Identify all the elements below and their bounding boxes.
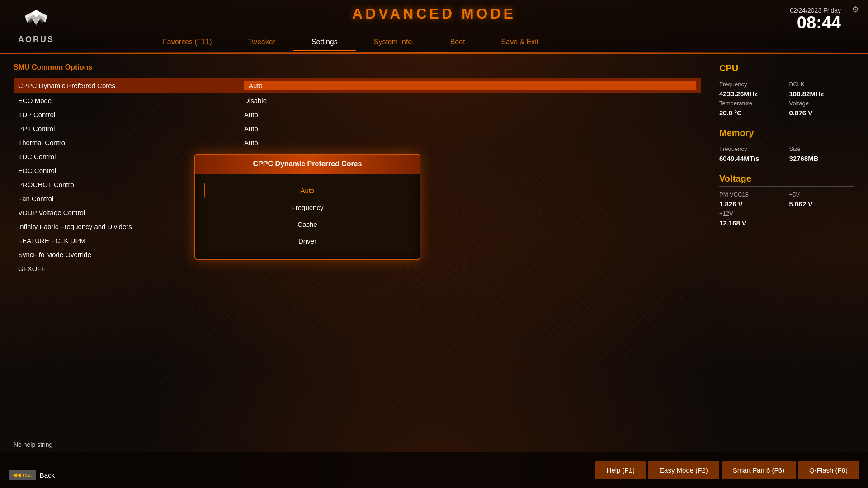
voltage-12v-label: +12V bbox=[719, 210, 785, 217]
info-panel: CPU Frequency BCLK 4233.26MHz 100.82MHz … bbox=[710, 63, 854, 416]
setting-value-cppc: Auto bbox=[244, 81, 696, 90]
aorus-eagle-icon bbox=[20, 9, 52, 34]
setting-row-gfxoff[interactable]: GFXOFF bbox=[14, 262, 701, 275]
datetime-time: 08:44 bbox=[790, 14, 841, 31]
setting-name-infinity: Infinity Fabric Frequency and Dividers bbox=[18, 223, 244, 230]
memory-section-title: Memory bbox=[719, 128, 854, 141]
help-text-bar: No help string bbox=[0, 437, 868, 452]
tab-favorites[interactable]: Favorites (F11) bbox=[145, 34, 230, 51]
cpu-frequency-label: Frequency bbox=[719, 81, 785, 88]
cpu-bclk-value: 100.82MHz bbox=[789, 90, 855, 98]
setting-row-tdp[interactable]: TDP Control Auto bbox=[14, 108, 701, 121]
title-area: ADVANCED MODE bbox=[352, 5, 516, 22]
setting-name-fclk: FEATURE FCLK DPM bbox=[18, 237, 244, 244]
memory-frequency-label: Frequency bbox=[719, 145, 785, 152]
setting-row-cppc[interactable]: CPPC Dynamic Preferred Cores Auto bbox=[14, 78, 701, 93]
memory-grid: Frequency Size 6049.44MT/s 32768MB bbox=[719, 145, 854, 162]
cpu-frequency-value: 4233.26MHz bbox=[719, 90, 785, 98]
setting-name-thermal: Thermal Control bbox=[18, 139, 244, 146]
setting-row-vddp[interactable]: VDDP Voltage Control bbox=[14, 206, 701, 219]
smart-fan-button[interactable]: Smart Fan 6 (F6) bbox=[722, 461, 796, 479]
bottom-bar: Help (F1) Easy Mode (F2) Smart Fan 6 (F6… bbox=[0, 452, 868, 488]
cpu-temperature-label: Temperature bbox=[719, 100, 785, 107]
logo-area: AORUS bbox=[9, 9, 63, 44]
voltage-12v-value: 12.168 V bbox=[719, 219, 785, 227]
settings-list: CPPC Dynamic Preferred Cores Auto ECO Mo… bbox=[14, 78, 701, 275]
memory-size-value: 32768MB bbox=[789, 155, 855, 162]
nav-divider bbox=[0, 52, 868, 53]
setting-row-infinity[interactable]: Infinity Fabric Frequency and Dividers bbox=[14, 220, 701, 233]
setting-name-cppc: CPPC Dynamic Preferred Cores bbox=[18, 82, 244, 89]
cpu-section-title: CPU bbox=[719, 63, 854, 76]
tab-sysinfo[interactable]: System Info. bbox=[356, 34, 432, 51]
cpu-bclk-label: BCLK bbox=[789, 81, 855, 88]
qflash-button[interactable]: Q-Flash (F8) bbox=[798, 461, 859, 479]
setting-name-prochot: PROCHOT Control bbox=[18, 181, 244, 188]
logo-text: AORUS bbox=[18, 35, 54, 44]
main-content: SMU Common Options CPPC Dynamic Preferre… bbox=[0, 54, 868, 425]
setting-row-syncfifo[interactable]: SyncFifo Mode Override bbox=[14, 248, 701, 261]
cpu-voltage-value: 0.876 V bbox=[789, 109, 855, 117]
esc-key-label: esc bbox=[23, 471, 33, 479]
page-title: ADVANCED MODE bbox=[352, 5, 516, 22]
setting-row-fan[interactable]: Fan Control bbox=[14, 192, 701, 205]
setting-name-tdp: TDP Control bbox=[18, 111, 244, 118]
memory-section: Memory Frequency Size 6049.44MT/s 32768M… bbox=[719, 128, 854, 162]
setting-row-prochot[interactable]: PROCHOT Control bbox=[14, 178, 701, 191]
easy-mode-button[interactable]: Easy Mode (F2) bbox=[648, 461, 719, 479]
cpu-grid: Frequency BCLK 4233.26MHz 100.82MHz Temp… bbox=[719, 81, 854, 117]
setting-row-tdc[interactable]: TDC Control Auto bbox=[14, 150, 701, 163]
setting-value-ppt: Auto bbox=[244, 125, 696, 132]
voltage-pmvcc18-value: 1.826 V bbox=[719, 200, 785, 208]
memory-size-label: Size bbox=[789, 145, 855, 152]
voltage-grid: PM VCC18 +5V 1.826 V 5.062 V +12V 12.168… bbox=[719, 191, 854, 227]
setting-value-tdc: Auto bbox=[244, 153, 696, 160]
setting-value-tdp: Auto bbox=[244, 111, 696, 118]
section-title: SMU Common Options bbox=[14, 63, 701, 71]
tab-settings[interactable]: Settings bbox=[293, 34, 356, 51]
voltage-5v-label: +5V bbox=[789, 191, 855, 198]
voltage-5v-value: 5.062 V bbox=[789, 200, 855, 208]
tab-save-exit[interactable]: Save & Exit bbox=[483, 34, 557, 51]
gear-icon[interactable]: ⚙ bbox=[852, 5, 859, 14]
cpu-temperature-value: 20.0 °C bbox=[719, 109, 785, 117]
setting-row-ppt[interactable]: PPT Control Auto bbox=[14, 122, 701, 135]
setting-value-thermal: Auto bbox=[244, 139, 696, 146]
setting-row-eco[interactable]: ECO Mode Disable bbox=[14, 94, 701, 107]
setting-row-fclk[interactable]: FEATURE FCLK DPM bbox=[14, 234, 701, 247]
help-text: No help string bbox=[14, 441, 52, 448]
setting-name-tdc: TDC Control bbox=[18, 153, 244, 160]
esc-back[interactable]: ◀◀ esc Back bbox=[9, 470, 55, 480]
header: AORUS ADVANCED MODE Favorites (F11) Twea… bbox=[0, 0, 868, 54]
settings-panel: SMU Common Options CPPC Dynamic Preferre… bbox=[14, 63, 710, 416]
setting-name-vddp: VDDP Voltage Control bbox=[18, 209, 244, 216]
datetime-area: 02/24/2023 Friday 08:44 bbox=[790, 7, 841, 31]
voltage-section-title: Voltage bbox=[719, 174, 854, 187]
tab-boot[interactable]: Boot bbox=[432, 34, 483, 51]
cpu-voltage-label: Voltage bbox=[789, 100, 855, 107]
voltage-12v-placeholder bbox=[789, 210, 855, 217]
setting-name-ppt: PPT Control bbox=[18, 125, 244, 132]
arrow-left-icon: ◀◀ bbox=[13, 472, 21, 478]
setting-row-edc[interactable]: EDC Control bbox=[14, 164, 701, 177]
tab-tweaker[interactable]: Tweaker bbox=[230, 34, 293, 51]
voltage-pmvcc18-label: PM VCC18 bbox=[719, 191, 785, 198]
setting-name-edc: EDC Control bbox=[18, 167, 244, 174]
memory-frequency-value: 6049.44MT/s bbox=[719, 155, 785, 162]
setting-name-syncfifo: SyncFifo Mode Override bbox=[18, 251, 244, 258]
cpu-section: CPU Frequency BCLK 4233.26MHz 100.82MHz … bbox=[719, 63, 854, 117]
setting-name-fan: Fan Control bbox=[18, 195, 244, 202]
esc-key[interactable]: ◀◀ esc bbox=[9, 470, 36, 480]
esc-back-text: Back bbox=[40, 471, 55, 479]
setting-name-gfxoff: GFXOFF bbox=[18, 265, 244, 272]
voltage-section: Voltage PM VCC18 +5V 1.826 V 5.062 V +12… bbox=[719, 174, 854, 227]
setting-value-eco: Disable bbox=[244, 97, 696, 104]
setting-row-thermal[interactable]: Thermal Control Auto bbox=[14, 136, 701, 149]
setting-name-eco: ECO Mode bbox=[18, 97, 244, 104]
help-button[interactable]: Help (F1) bbox=[595, 461, 646, 479]
